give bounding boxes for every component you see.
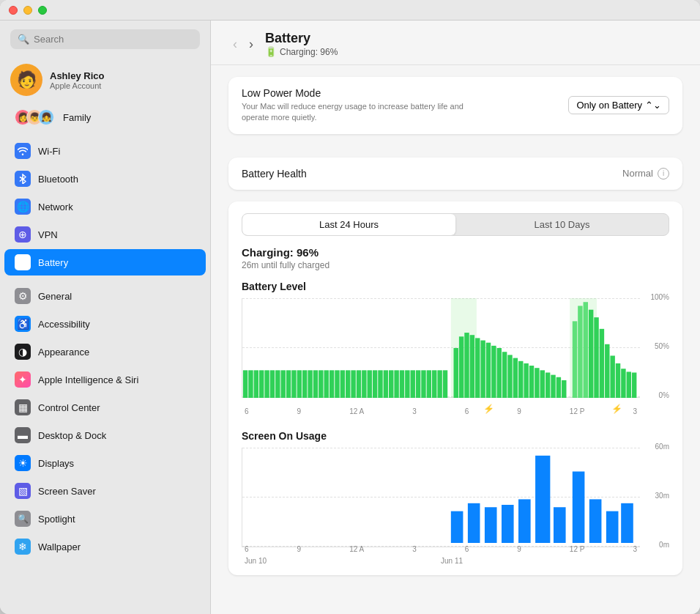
battery-chart: 100% 50% 0% <box>242 298 669 415</box>
svg-rect-67 <box>605 344 609 398</box>
sidebar-item-screensaver[interactable]: ▧ Screen Saver <box>4 478 206 504</box>
spotlight-icon: 🔍 <box>15 511 31 527</box>
network-icon: 🌐 <box>15 199 31 215</box>
battery-svg <box>242 298 640 398</box>
svg-rect-66 <box>600 329 604 398</box>
sidebar-item-vpn[interactable]: ⊕ VPN <box>4 221 206 248</box>
svg-rect-28 <box>384 370 388 398</box>
tab-last-10-days[interactable]: Last 10 Days <box>455 214 669 235</box>
back-button[interactable]: ‹ <box>228 35 242 53</box>
low-power-mode-title: Low Power Mode <box>242 87 476 99</box>
battery-health-right: Normal i <box>622 168 669 180</box>
battery-bars-container <box>242 298 640 398</box>
sidebar-item-accessibility[interactable]: ♿ Accessibility <box>4 311 206 337</box>
family-avatars: 👩 👦 👧 <box>15 109 54 125</box>
svg-rect-22 <box>351 370 355 398</box>
svg-rect-59 <box>556 377 561 398</box>
svg-rect-17 <box>324 370 328 398</box>
low-power-mode-left: Low Power Mode Your Mac will reduce ener… <box>242 87 476 124</box>
svg-rect-35 <box>421 370 425 398</box>
minimize-button[interactable] <box>23 6 32 15</box>
svg-rect-65 <box>594 317 598 398</box>
svg-rect-55 <box>535 368 539 398</box>
sidebar-item-siri[interactable]: ✦ Apple Intelligence & Siri <box>4 366 206 393</box>
svg-rect-24 <box>362 370 366 398</box>
sidebar-item-displays[interactable]: ☀ Displays <box>4 450 206 476</box>
battery-icon: 🔋 <box>15 254 31 270</box>
svg-rect-36 <box>427 370 431 398</box>
svg-rect-54 <box>529 366 534 398</box>
svg-rect-14 <box>308 370 312 398</box>
svg-rect-76 <box>502 505 514 543</box>
wifi-icon <box>15 143 31 159</box>
svg-rect-77 <box>518 499 531 543</box>
sidebar-item-wallpaper[interactable]: ❄ Wallpaper <box>4 533 206 560</box>
svg-rect-60 <box>562 380 566 398</box>
maximize-button[interactable] <box>38 6 47 15</box>
family-avatar-3: 👧 <box>38 109 54 125</box>
bluetooth-icon <box>15 171 31 187</box>
svg-rect-64 <box>589 309 593 397</box>
svg-rect-32 <box>405 370 409 398</box>
svg-rect-19 <box>335 370 339 398</box>
charging-icon: 🔋 <box>265 46 277 57</box>
time-toggle[interactable]: Last 24 Hours Last 10 Days <box>242 213 669 236</box>
svg-rect-9 <box>280 370 285 398</box>
accessibility-icon: ♿ <box>15 316 31 332</box>
svg-rect-56 <box>540 370 545 398</box>
svg-rect-6 <box>264 370 269 398</box>
bluetooth-label: Bluetooth <box>38 174 78 185</box>
forward-button[interactable]: › <box>245 35 258 53</box>
siri-label: Apple Intelligence & Siri <box>38 374 138 385</box>
x-label-9b: 9 <box>517 407 521 415</box>
network-label: Network <box>38 201 73 212</box>
sy-label-30: 30m <box>643 492 669 500</box>
search-input[interactable] <box>34 34 193 45</box>
x-label-6b: 6 <box>465 407 469 415</box>
sidebar-item-general[interactable]: ⚙ General <box>4 283 206 309</box>
search-icon: 🔍 <box>18 34 29 45</box>
svg-rect-73 <box>451 511 463 542</box>
svg-rect-75 <box>485 507 497 543</box>
sidebar-item-wifi[interactable]: Wi-Fi <box>4 138 206 164</box>
sidebar-item-bluetooth[interactable]: Bluetooth <box>4 166 206 192</box>
svg-rect-48 <box>497 348 502 398</box>
svg-rect-23 <box>357 370 361 398</box>
sidebar-item-control[interactable]: ▦ Control Center <box>4 394 206 421</box>
svg-rect-70 <box>621 369 625 398</box>
user-section[interactable]: 🧑 Ashley Rico Apple Account <box>0 58 210 103</box>
info-icon[interactable]: i <box>658 168 669 180</box>
spotlight-label: Spotlight <box>38 514 75 525</box>
svg-rect-12 <box>297 370 302 398</box>
avatar: 🧑 <box>10 64 42 96</box>
search-bar[interactable]: 🔍 <box>10 29 200 49</box>
screen-date-labels: Jun 10 Jun 11 <box>242 557 640 565</box>
close-button[interactable] <box>9 6 18 15</box>
screen-on-title: Screen On Usage <box>242 430 669 442</box>
select-chevron-icon: ⌃⌄ <box>645 100 661 111</box>
svg-rect-45 <box>480 340 485 397</box>
low-power-mode-select[interactable]: Only on Battery ⌃⌄ <box>568 96 669 114</box>
sy-label-60: 60m <box>643 443 669 451</box>
sx-12p: 12 P <box>570 545 585 553</box>
svg-rect-27 <box>378 370 382 398</box>
svg-rect-80 <box>573 471 585 543</box>
screen-svg <box>242 448 640 543</box>
tab-last-24-hours[interactable]: Last 24 Hours <box>242 214 455 235</box>
title-bar <box>0 0 700 21</box>
sidebar-item-battery[interactable]: 🔋 Battery <box>4 249 206 275</box>
sidebar-item-spotlight[interactable]: 🔍 Spotlight <box>4 506 206 532</box>
x-label-3: 3 <box>412 407 417 415</box>
sidebar-item-desktop[interactable]: ▬ Desktop & Dock <box>4 422 206 448</box>
sx-6: 6 <box>245 545 249 553</box>
svg-rect-11 <box>291 370 296 398</box>
x-label-12p: 12 P <box>570 407 585 415</box>
low-power-mode-value: Only on Battery <box>576 100 642 111</box>
sidebar-item-family[interactable]: 👩 👦 👧 Family <box>4 104 206 130</box>
user-info: Ashley Rico Apple Account <box>50 70 104 90</box>
svg-rect-33 <box>411 370 415 398</box>
sidebar-item-network[interactable]: 🌐 Network <box>4 193 206 220</box>
x-label-3b: 3 <box>633 407 637 415</box>
sidebar-item-appearance[interactable]: ◑ Appearance <box>4 339 206 365</box>
svg-rect-39 <box>443 370 447 398</box>
